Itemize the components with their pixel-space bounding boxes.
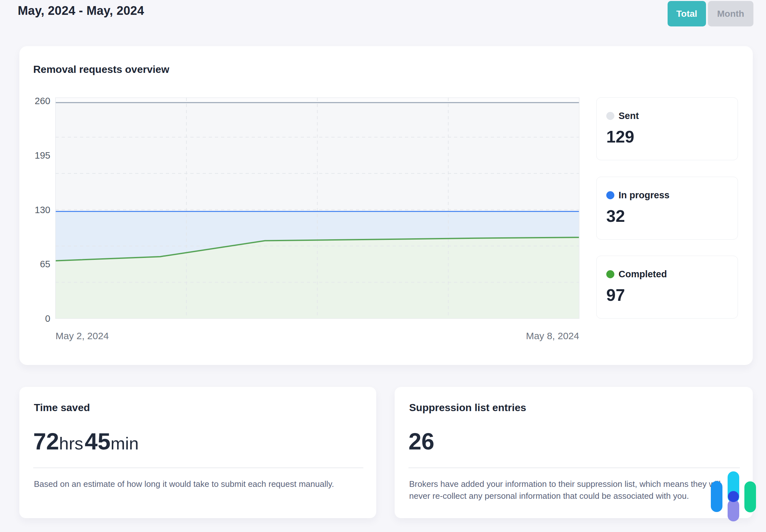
completed-dot-icon — [606, 270, 614, 278]
dashboard-page: May, 2024 - May, 2024 Total Month Remova… — [0, 0, 766, 532]
in-progress-label: In progress — [619, 190, 670, 201]
legend-card-sent: Sent 129 — [596, 97, 738, 160]
svg-text:May 2, 2024: May 2, 2024 — [55, 330, 109, 341]
completed-value: 97 — [606, 285, 738, 305]
removal-requests-card: Removal requests overview 065130195260Ma… — [19, 46, 753, 365]
minutes-value: 45 — [85, 429, 111, 454]
suppression-list-card: Suppression list entries 26 Brokers have… — [395, 387, 753, 518]
time-saved-title: Time saved — [34, 402, 90, 414]
in-progress-dot-icon — [606, 191, 614, 199]
hours-value: 72 — [33, 429, 59, 454]
suppression-divider — [409, 468, 740, 468]
chart-title: Removal requests overview — [33, 64, 169, 75]
range-toggle: Total Month — [668, 1, 753, 26]
sent-label: Sent — [619, 111, 639, 121]
svg-text:195: 195 — [35, 150, 50, 161]
suppression-description: Brokers have added your information to t… — [409, 478, 721, 502]
legend-card-in-progress: In progress 32 — [596, 177, 738, 240]
launcher-green-bar-icon — [744, 481, 756, 512]
launcher-blue-bar-icon — [711, 481, 722, 512]
suppression-title: Suppression list entries — [409, 402, 526, 414]
svg-text:65: 65 — [40, 259, 50, 269]
time-saved-value: 72hrs 45min — [33, 428, 139, 455]
sent-value: 129 — [606, 127, 738, 146]
total-toggle-button[interactable]: Total — [668, 1, 706, 26]
svg-text:260: 260 — [35, 96, 50, 106]
sent-dot-icon — [606, 112, 614, 120]
launcher-purple-bar-icon — [728, 499, 739, 521]
in-progress-value: 32 — [606, 206, 738, 226]
time-saved-divider — [33, 468, 363, 468]
time-saved-card: Time saved 72hrs 45min Based on an estim… — [19, 387, 376, 518]
date-range-title: May, 2024 - May, 2024 — [18, 4, 144, 18]
suppression-description-line2: never re-collect any personal informatio… — [409, 490, 721, 502]
time-saved-description: Based on an estimate of how long it woul… — [34, 478, 334, 490]
suppression-description-line1: Brokers have added your information to t… — [409, 478, 721, 490]
hours-unit: hrs — [59, 434, 83, 453]
completed-label: Completed — [619, 269, 667, 280]
svg-text:0: 0 — [45, 313, 50, 324]
minutes-unit: min — [111, 434, 139, 453]
svg-text:130: 130 — [35, 205, 50, 215]
removal-requests-chart: 065130195260May 2, 2024May 8, 2024 — [26, 92, 587, 347]
launcher-blue-dot-icon — [728, 491, 739, 502]
month-toggle-button[interactable]: Month — [708, 1, 753, 26]
suppression-value: 26 — [409, 428, 434, 455]
svg-text:May 8, 2024: May 8, 2024 — [526, 330, 579, 341]
legend-card-completed: Completed 97 — [596, 256, 738, 319]
chat-launcher-button[interactable] — [708, 469, 760, 524]
